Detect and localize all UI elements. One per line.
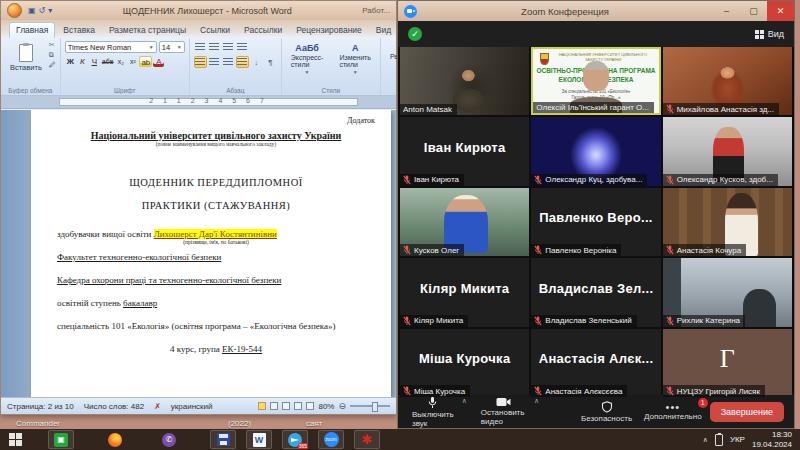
tab-review[interactable]: Рецензирование xyxy=(290,23,368,38)
font-size-combo[interactable]: 14▼ xyxy=(159,41,185,53)
sort-icon[interactable]: ↓ xyxy=(250,56,263,68)
taskbar-app-store[interactable]: ▣ xyxy=(48,430,74,449)
participant-tile-anastasiia-alieksieieva[interactable]: Анастасія Алєк... Анастасія Алєксєєва xyxy=(531,329,660,397)
quick-access-toolbar[interactable]: ▣↺▾ xyxy=(28,6,52,16)
cut-icon[interactable]: ✂ xyxy=(49,41,56,49)
tab-mailings[interactable]: Рассылки xyxy=(238,23,288,38)
university-emblem-icon xyxy=(540,53,549,65)
align-right-icon[interactable] xyxy=(222,56,235,68)
shading-icon[interactable] xyxy=(236,56,249,68)
participant-tile-oleksii-ilinskyi-active-speaker[interactable]: НАЦІОНАЛЬНИЙ УНІВЕРСИТЕТ ЦИВІЛЬНОГО ЗАХИ… xyxy=(531,47,660,115)
start-button[interactable] xyxy=(2,430,28,449)
participant-tile-anton-matsak[interactable]: Anton Matsak xyxy=(400,47,529,115)
doc-heading-1: ЩОДЕННИК ПЕРЕДДИПЛОМНОЇ xyxy=(57,177,375,188)
highlight-button[interactable]: ab xyxy=(139,56,152,67)
document-page[interactable]: Додаток Національний університет цивільн… xyxy=(31,110,391,397)
participant-tile-ivan-kyriuta[interactable]: Іван Кирюта Іван Кирюта xyxy=(400,117,529,185)
tab-page-layout[interactable]: Разметка страницы xyxy=(103,23,192,38)
participant-tile-oleksandr-kuts[interactable]: Олександр Куц, здобува... xyxy=(531,117,660,185)
status-page-count[interactable]: Страница: 2 из 10 xyxy=(7,402,74,411)
document-area[interactable]: Додаток Національний університет цивільн… xyxy=(1,110,396,397)
underline-button[interactable]: Ч xyxy=(89,56,100,67)
language-indicator[interactable]: УКР xyxy=(730,435,745,444)
muted-mic-icon xyxy=(534,316,542,326)
quick-styles-button[interactable]: АаБб Экспресс-стили ▼ xyxy=(286,41,329,84)
font-name-combo[interactable]: Times New Roman▼ xyxy=(65,41,157,53)
change-styles-button[interactable]: А Изменить стили ▼ xyxy=(334,41,376,84)
paste-button[interactable]: Вставить xyxy=(5,41,47,84)
numbering-icon[interactable] xyxy=(208,41,221,53)
word-status-bar: Страница: 2 из 10 Число слов: 482 ✗ укра… xyxy=(1,397,396,414)
zoom-out-icon[interactable]: ⊖ xyxy=(338,401,346,411)
camera-icon xyxy=(496,397,511,407)
status-word-count[interactable]: Число слов: 482 xyxy=(84,402,144,411)
participant-tile-vladyslav-zelenskyi[interactable]: Владислав Зел... Владислав Зеленський xyxy=(531,258,660,326)
tab-home[interactable]: Главная xyxy=(9,22,55,38)
font-group: Times New Roman▼ 14▼ Ж К Ч абв x₂ x² ab … xyxy=(61,38,190,95)
strikethrough-button[interactable]: абв xyxy=(101,56,115,67)
undo-icon[interactable]: ↺ xyxy=(39,6,46,16)
participant-tile-rykhlyk-kateryna[interactable]: Рихлик Катерина xyxy=(663,258,792,326)
taskbar-game[interactable]: ✱ xyxy=(354,430,380,449)
participant-tile-kuskov-oleg[interactable]: Кусков Олег xyxy=(400,188,529,256)
tab-insert[interactable]: Вставка xyxy=(57,23,101,38)
participant-tile-hryhorii-lysiak[interactable]: Г НУЦЗУ Григорій Лисяк xyxy=(663,329,792,397)
doc-university-title: Національний університет цивільного захи… xyxy=(57,130,375,141)
zoom-titlebar[interactable]: Zoom Конференция – ▢ ✕ xyxy=(398,1,794,21)
close-button[interactable]: ✕ xyxy=(767,1,794,21)
word-titlebar[interactable]: ▣↺▾ ЩОДЕННИК Лихошерст - Microsoft Word … xyxy=(1,1,396,20)
taskbar-zoom[interactable]: zoom xyxy=(318,430,344,449)
participant-tile-oleksandr-kuskov[interactable]: Олександр Кусков, здоб... xyxy=(663,117,792,185)
video-options-chevron-icon[interactable]: ∧ xyxy=(534,397,539,405)
mic-icon xyxy=(427,396,438,409)
zoom-level-value[interactable]: 80% xyxy=(318,402,334,411)
fullscreen-view-icon[interactable] xyxy=(270,402,278,410)
muted-mic-icon xyxy=(403,316,411,326)
align-left-icon[interactable] xyxy=(194,56,207,68)
indent-icon[interactable] xyxy=(236,41,249,53)
participant-tile-mykhailova[interactable]: Михайлова Анастасія зд... xyxy=(663,47,792,115)
web-view-icon[interactable] xyxy=(282,402,290,410)
ribbon: Вставить ✂ ⧉ 🖉 Буфер обмена Times New Ro… xyxy=(1,38,396,96)
copy-icon[interactable]: ⧉ xyxy=(49,51,56,59)
meeting-security-shield-icon[interactable]: ✓ xyxy=(408,27,422,41)
superscript-button[interactable]: x² xyxy=(127,56,138,67)
taskbar-clock[interactable]: 18:30 19.04.2024 xyxy=(752,430,792,450)
taskbar-file-manager[interactable] xyxy=(210,430,236,449)
subscript-button[interactable]: x₂ xyxy=(115,56,126,67)
participant-tile-anastasiia-kochura[interactable]: Анастасія Кочура xyxy=(663,188,792,256)
align-center-icon[interactable] xyxy=(208,56,221,68)
taskbar-word[interactable]: W xyxy=(246,430,272,449)
save-icon[interactable]: ▣ xyxy=(28,6,36,16)
shield-icon xyxy=(601,401,613,413)
view-button[interactable]: Вид xyxy=(755,29,784,39)
bullets-icon[interactable] xyxy=(194,41,207,53)
horizontal-ruler[interactable]: 2 1 1 2 3 4 5 6 7 xyxy=(1,96,396,109)
italic-button[interactable]: К xyxy=(77,56,88,67)
bold-button[interactable]: Ж xyxy=(65,56,76,67)
tab-references[interactable]: Ссылки xyxy=(194,23,236,38)
draft-view-icon[interactable] xyxy=(306,402,314,410)
office-button-icon[interactable] xyxy=(7,3,22,18)
spellcheck-icon[interactable]: ✗ xyxy=(154,402,161,411)
outline-view-icon[interactable] xyxy=(294,402,302,410)
multilevel-list-icon[interactable] xyxy=(222,41,235,53)
battery-icon[interactable] xyxy=(715,434,723,446)
taskbar-firefox[interactable] xyxy=(102,430,128,449)
participant-tile-pavlenko-veronika[interactable]: Павленко Веро... Павленко Вероніка xyxy=(531,188,660,256)
mute-options-chevron-icon[interactable]: ∧ xyxy=(462,397,467,405)
taskbar-viber[interactable]: ✆ xyxy=(156,430,182,449)
format-painter-icon[interactable]: 🖉 xyxy=(49,61,56,68)
participant-tile-misha-kurochka[interactable]: Міша Курочка Міша Курочка xyxy=(400,329,529,397)
maximize-button[interactable]: ▢ xyxy=(740,1,767,21)
minimize-button[interactable]: – xyxy=(713,1,740,21)
tab-view[interactable]: Вид xyxy=(370,23,397,38)
font-color-button[interactable]: А xyxy=(153,56,164,67)
participant-tile-kiliar-mykyta[interactable]: Кіляр Микита Кіляр Микита xyxy=(400,258,529,326)
zoom-slider[interactable] xyxy=(350,405,390,407)
tray-expand-icon[interactable]: ∧ xyxy=(703,436,708,444)
print-layout-view-icon[interactable] xyxy=(258,402,266,410)
taskbar-telegram[interactable]: 365 xyxy=(282,430,308,449)
pilcrow-button[interactable]: ¶ xyxy=(264,56,277,68)
status-language[interactable]: украинский xyxy=(171,402,213,411)
